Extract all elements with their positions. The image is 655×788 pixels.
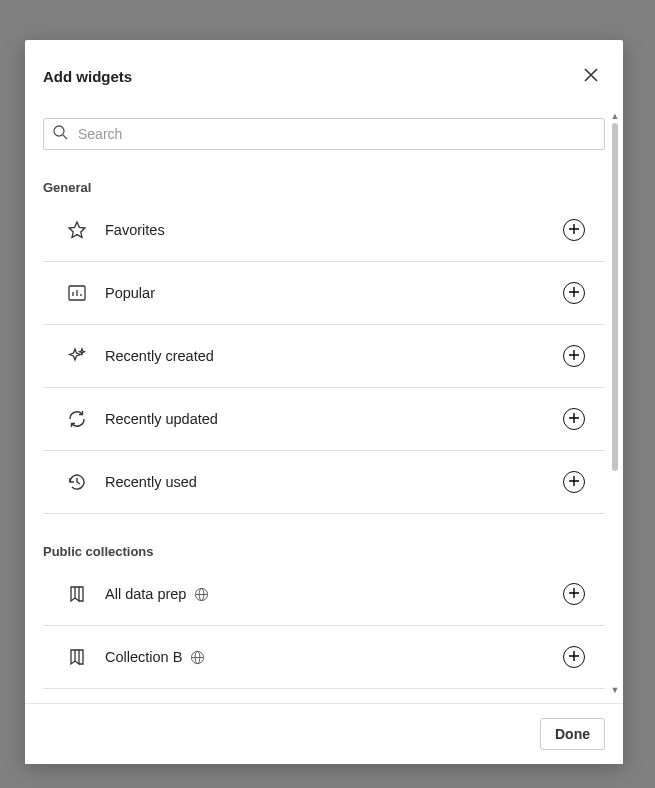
scroll-area: GeneralFavoritesPopularRecently createdR… bbox=[25, 104, 623, 703]
plus-icon bbox=[568, 286, 580, 301]
globe-icon bbox=[194, 587, 209, 602]
add-button[interactable] bbox=[563, 219, 585, 241]
list-item: Favorites bbox=[43, 199, 605, 262]
modal-title: Add widgets bbox=[43, 68, 132, 85]
scrollbar-track[interactable] bbox=[612, 123, 618, 684]
plus-icon bbox=[568, 587, 580, 602]
group-label: General bbox=[43, 180, 605, 195]
scrollbar[interactable]: ▲ ▼ bbox=[609, 112, 621, 695]
close-icon bbox=[584, 68, 598, 85]
collection-icon bbox=[67, 647, 87, 667]
popular-icon bbox=[67, 283, 87, 303]
widget-list: FavoritesPopularRecently createdRecently… bbox=[43, 199, 605, 514]
svg-point-0 bbox=[54, 126, 64, 136]
add-widgets-modal: Add widgets GeneralFavoritesPopularRecen… bbox=[25, 40, 623, 764]
search-input[interactable] bbox=[76, 125, 596, 143]
plus-icon bbox=[568, 475, 580, 490]
star-icon bbox=[67, 220, 87, 240]
close-button[interactable] bbox=[577, 62, 605, 90]
add-button[interactable] bbox=[563, 282, 585, 304]
add-button[interactable] bbox=[563, 471, 585, 493]
list-item: All data prep bbox=[43, 563, 605, 626]
add-button[interactable] bbox=[563, 646, 585, 668]
list-item-label: Recently used bbox=[105, 474, 545, 490]
globe-icon bbox=[190, 650, 205, 665]
list-item: Recently created bbox=[43, 325, 605, 388]
refresh-icon bbox=[67, 409, 87, 429]
plus-icon bbox=[568, 223, 580, 238]
modal-footer: Done bbox=[25, 703, 623, 764]
collection-icon bbox=[67, 584, 87, 604]
plus-icon bbox=[568, 650, 580, 665]
search-field[interactable] bbox=[43, 118, 605, 150]
list-item: Popular bbox=[43, 262, 605, 325]
add-button[interactable] bbox=[563, 408, 585, 430]
add-button[interactable] bbox=[563, 583, 585, 605]
scroll-down-icon[interactable]: ▼ bbox=[611, 686, 620, 695]
done-button[interactable]: Done bbox=[540, 718, 605, 750]
sparkle-icon bbox=[67, 346, 87, 366]
scroll-up-icon[interactable]: ▲ bbox=[611, 112, 620, 121]
list-item-label: Recently updated bbox=[105, 411, 545, 427]
add-button[interactable] bbox=[563, 345, 585, 367]
list-item: Collection B bbox=[43, 626, 605, 689]
list-item-label: All data prep bbox=[105, 586, 545, 602]
plus-icon bbox=[568, 349, 580, 364]
scrollbar-thumb[interactable] bbox=[612, 123, 618, 471]
plus-icon bbox=[568, 412, 580, 427]
modal-body: GeneralFavoritesPopularRecently createdR… bbox=[25, 104, 623, 703]
group-label: Public collections bbox=[43, 544, 605, 559]
list-item: Recently updated bbox=[43, 388, 605, 451]
widget-list: All data prepCollection B bbox=[43, 563, 605, 689]
list-item-label: Recently created bbox=[105, 348, 545, 364]
modal-header: Add widgets bbox=[25, 40, 623, 104]
list-item-label: Favorites bbox=[105, 222, 545, 238]
list-item-label: Collection B bbox=[105, 649, 545, 665]
history-icon bbox=[67, 472, 87, 492]
list-item-label: Popular bbox=[105, 285, 545, 301]
list-item: Recently used bbox=[43, 451, 605, 514]
search-icon bbox=[52, 124, 68, 144]
